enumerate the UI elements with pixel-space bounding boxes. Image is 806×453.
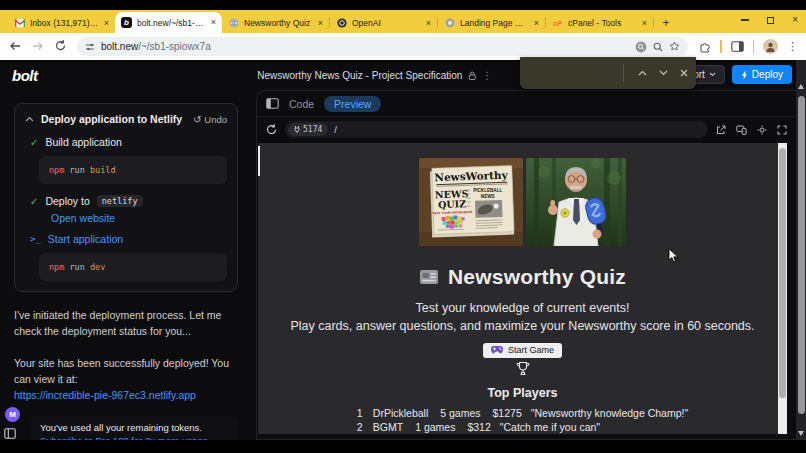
title-menu-icon[interactable]: ⋮ [482,70,492,81]
minimize-button[interactable] [741,19,749,21]
player-row: 1DrPickleball5 games$1275"Newsworthy kno… [357,407,688,421]
tab-code[interactable]: Code [289,98,314,110]
new-tab-button[interactable]: + [658,15,674,31]
open-external-icon[interactable] [716,125,726,135]
bookmark-star-icon[interactable] [669,41,680,52]
preview-scrollbar[interactable] [778,143,787,434]
chevron-up-icon [25,116,34,122]
app-tagline-1: Test your knowledge of current events! [288,300,758,316]
find-next-icon[interactable] [659,70,668,76]
preview-panel: Code Preview 5174 / [256,90,796,440]
tab-gmail[interactable]: Inbox (131,971) - bgmtmill × [8,13,115,33]
profile-avatar[interactable] [763,39,778,54]
user-avatar[interactable]: M [5,407,20,422]
preview-reload-icon[interactable] [266,124,277,135]
terminal-icon: >_ [30,234,41,244]
screen: Inbox (131,971) - bgmtmill × b bolt.new/… [0,0,806,453]
tab-cpanel[interactable]: cP cPanel - Tools × [546,13,653,33]
tab-bolt-active[interactable]: b bolt.new/~/sb1-spiowx7a × [115,12,222,33]
url-text: bolt.new/~/sb1-spiowx7a [101,41,629,52]
svg-text:NEWS: NEWS [481,194,495,199]
tab-openai[interactable]: OpenAI × [330,13,437,33]
tab-newsworthy-quiz[interactable]: Newsworthy Quiz × [222,13,329,33]
device-toolbar-icon[interactable] [736,125,747,135]
deployed-site-link[interactable]: https://incredible-pie-967ec3.netlify.ap… [14,389,196,401]
scroll-up-arrow[interactable] [798,84,804,89]
start-application-label[interactable]: Start application [48,233,123,245]
deploy-card-header[interactable]: Deploy application to Netlify ↺ Undo [25,113,227,125]
browser-toolbar: bolt.new/~/sb1-spiowx7a ⋮ [0,33,806,60]
mouse-cursor [668,248,679,267]
tab-landing-page-cleanup[interactable]: Landing Page Cleanup × [438,13,545,33]
preview-actions [716,125,787,135]
newspaper-hero-image: NewsWorthy NEWS QUIZ TEST YOUR KNOWLEDGE [419,158,523,250]
newspaper-icon [419,269,439,285]
bolt-logo[interactable]: bolt [12,67,38,84]
app-column: NewsWorthy NEWS QUIZ TEST YOUR KNOWLEDGE [288,143,758,434]
preview-path: / [334,124,337,135]
lightning-icon [741,70,748,80]
step-build: ✓ Build application [30,136,227,148]
svg-text:PICKLEBALL: PICKLEBALL [473,188,502,193]
deploy-card: Deploy application to Netlify ↺ Undo ✓ B… [14,103,238,292]
find-close-icon[interactable] [680,69,688,77]
undo-button[interactable]: ↺ Undo [193,114,227,125]
preview-url-bar: 5174 / [257,117,796,142]
tab-close-icon[interactable]: × [642,19,647,28]
findbar-divider [623,64,624,82]
tab-preview[interactable]: Preview [324,96,381,112]
gmail-icon [14,18,25,29]
tab-close-icon[interactable]: × [426,19,431,28]
tab-close-icon[interactable]: × [534,19,539,28]
chrome-menu-icon[interactable]: ⋮ [787,40,798,53]
site-info-icon[interactable] [85,42,95,52]
browser-tabstrip: Inbox (131,971) - bgmtmill × b bolt.new/… [0,10,806,33]
tab-close-icon[interactable]: × [211,18,216,27]
window-scrollbar[interactable] [796,60,806,440]
deploy-button[interactable]: Deploy [732,65,792,84]
bolt-favicon: b [121,17,132,28]
window-scrollbar-thumb[interactable] [798,96,805,414]
back-icon[interactable] [8,40,22,54]
tab-title: Landing Page Cleanup [460,18,529,28]
lens-icon[interactable] [635,41,647,53]
code-preview-toggle: Code Preview [257,91,796,117]
tab-title: Newsworthy Quiz [244,18,313,28]
maximize-button[interactable] [767,17,774,24]
tab-close-icon[interactable]: × [318,19,323,28]
inspect-icon[interactable] [757,125,767,135]
find-previous-icon[interactable] [638,70,647,76]
assistant-message: Your site has been successfully deployed… [14,355,238,404]
step-deploy: ✓ Deploy to netlify [30,195,227,207]
fullscreen-icon[interactable] [777,125,787,135]
step-start-application: >_ Start application [30,233,227,245]
top-bezel [0,0,806,10]
start-game-button[interactable]: Start Game [483,343,562,358]
window-close-button[interactable]: × [792,15,798,25]
side-panel-icon[interactable] [731,41,744,52]
reload-icon[interactable] [54,40,68,54]
dev-command: npm run dev [39,253,227,281]
plug-icon [294,126,300,133]
tab-close-icon[interactable]: × [104,19,109,28]
toolbar-divider [720,40,722,53]
preview-address[interactable]: 5174 / [285,121,708,138]
address-bar[interactable]: bolt.new/~/sb1-spiowx7a [77,37,688,56]
check-icon: ✓ [30,137,38,148]
search-icon[interactable] [653,42,663,52]
extensions-icon[interactable] [699,41,711,53]
trophy-icon [288,361,758,377]
window-controls: × [741,10,798,30]
open-website-link[interactable]: Open website [51,212,227,224]
forward-icon[interactable] [31,40,45,54]
preview-scrollbar-thumb[interactable] [779,148,786,398]
scroll-down-arrow[interactable] [798,431,804,436]
leaderboard: 1DrPickleball5 games$1275"Newsworthy kno… [357,407,688,434]
sidebar-toggle-icon[interactable] [4,428,16,439]
app-title: Newsworthy Quiz [448,265,626,289]
tab-title: bolt.new/~/sb1-spiowx7a [137,18,206,28]
panel-toggle-icon[interactable] [266,98,279,109]
bottom-bezel [0,440,806,453]
find-in-page-bar[interactable] [520,57,696,89]
assistant-message: I've initiated the deployment process. L… [14,307,238,340]
